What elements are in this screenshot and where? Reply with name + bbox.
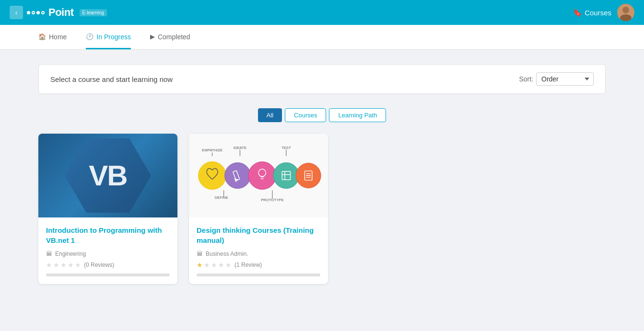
sort-select[interactable]: Order Name Date Rating — [536, 72, 594, 86]
category-icon-vb: 🏛 — [46, 250, 52, 257]
vb-hexagon: VB — [65, 138, 151, 213]
stars-vb: ★ ★ ★ ★ ★ (0 Reviews) — [46, 261, 170, 269]
courses-link[interactable]: 🔖 Courses — [573, 8, 611, 17]
back-button[interactable]: ‹ — [10, 6, 23, 19]
card-category-dt: 🏛 Business Admin. — [197, 250, 320, 257]
star-5-dt: ★ — [225, 261, 232, 269]
home-icon: 🏠 — [38, 33, 46, 40]
card-progress-vb — [46, 274, 170, 276]
card-body-vb: Introduction to Programming with VB.net … — [38, 217, 177, 284]
sort-bar: Select a course and start learning now S… — [38, 64, 606, 94]
vb-text: VB — [89, 159, 127, 192]
card-progress-dt — [197, 274, 320, 276]
tab-in-progress[interactable]: 🕐 In Progress — [86, 25, 131, 49]
sort-bar-text: Select a course and start learning now — [50, 75, 173, 83]
star-1-dt: ★ — [197, 261, 203, 269]
header: ‹ Point E-learning 🔖 Courses — [0, 0, 644, 25]
logo-dots — [27, 11, 45, 14]
svg-text:DEFINE: DEFINE — [215, 195, 228, 200]
filter-all[interactable]: All — [258, 108, 282, 122]
reviews-dt: (1 Review) — [234, 262, 262, 268]
star-2-dt: ★ — [204, 261, 210, 269]
play-icon: ▶ — [150, 33, 155, 40]
category-label-vb: Engineering — [55, 251, 86, 257]
card-body-dt: Design thinking Courses (Training manual… — [189, 217, 328, 284]
avatar[interactable] — [617, 4, 634, 21]
dot-2 — [32, 11, 35, 14]
header-left: ‹ Point E-learning — [10, 6, 107, 19]
sort-label: Sort: — [519, 75, 533, 83]
header-right: 🔖 Courses — [573, 4, 634, 21]
svg-point-10 — [225, 163, 251, 189]
svg-text:TEST: TEST — [281, 146, 291, 150]
nav-tabs: 🏠 Home 🕐 In Progress ▶ Completed — [0, 25, 644, 50]
main-content: Select a course and start learning now S… — [0, 50, 644, 298]
star-2-vb: ★ — [53, 261, 59, 269]
courses-link-label: Courses — [585, 9, 611, 17]
star-5-vb: ★ — [75, 261, 81, 269]
filter-courses[interactable]: Courses — [285, 108, 326, 122]
logo-text: Point — [48, 6, 74, 19]
svg-text:IDEATE: IDEATE — [234, 146, 246, 150]
course-card-dt[interactable]: EMPATHIZE IDEATE TEST — [189, 134, 328, 284]
tab-in-progress-label: In Progress — [96, 33, 131, 41]
star-3-vb: ★ — [60, 261, 67, 269]
card-image-vb: VB — [38, 134, 177, 217]
tab-home[interactable]: 🏠 Home — [38, 25, 67, 49]
card-category-vb: 🏛 Engineering — [46, 250, 170, 257]
svg-point-9 — [199, 162, 226, 190]
dot-4 — [41, 11, 45, 14]
cards-row: VB Introduction to Programming with VB.n… — [38, 134, 606, 284]
elearning-badge: E-learning — [80, 9, 107, 16]
star-3-dt: ★ — [211, 261, 217, 269]
reviews-vb: (0 Reviews) — [84, 262, 114, 268]
category-label-dt: Business Admin. — [206, 251, 248, 257]
course-title-dt: Design thinking Courses (Training manual… — [197, 225, 320, 245]
star-4-vb: ★ — [68, 261, 74, 269]
dot-1 — [27, 11, 30, 14]
filter-row: All Courses Learning Path — [38, 108, 606, 122]
filter-learning-path[interactable]: Learning Path — [329, 108, 386, 122]
category-icon-dt: 🏛 — [197, 250, 203, 257]
clock-icon: 🕐 — [86, 33, 94, 40]
svg-point-13 — [248, 162, 276, 190]
star-4-dt: ★ — [218, 261, 224, 269]
tab-completed[interactable]: ▶ Completed — [150, 25, 190, 49]
tab-completed-label: Completed — [158, 33, 190, 41]
dot-3 — [36, 11, 40, 14]
card-image-dt: EMPATHIZE IDEATE TEST — [189, 134, 328, 217]
dt-area: EMPATHIZE IDEATE TEST — [189, 134, 328, 217]
dt-illustration: EMPATHIZE IDEATE TEST — [194, 138, 323, 213]
course-title-vb: Introduction to Programming with VB.net … — [46, 225, 170, 245]
svg-point-17 — [273, 163, 299, 189]
sort-select-wrap: Sort: Order Name Date Rating — [519, 72, 594, 86]
bookmark-icon: 🔖 — [573, 8, 582, 17]
svg-point-1 — [622, 7, 629, 13]
stars-dt: ★ ★ ★ ★ ★ (1 Review) — [197, 261, 320, 269]
vb-logo-area: VB — [38, 134, 177, 217]
course-card-vb[interactable]: VB Introduction to Programming with VB.n… — [38, 134, 177, 284]
svg-text:EMPATHIZE: EMPATHIZE — [202, 148, 222, 152]
star-1-vb: ★ — [46, 261, 52, 269]
tab-home-label: Home — [49, 33, 67, 41]
